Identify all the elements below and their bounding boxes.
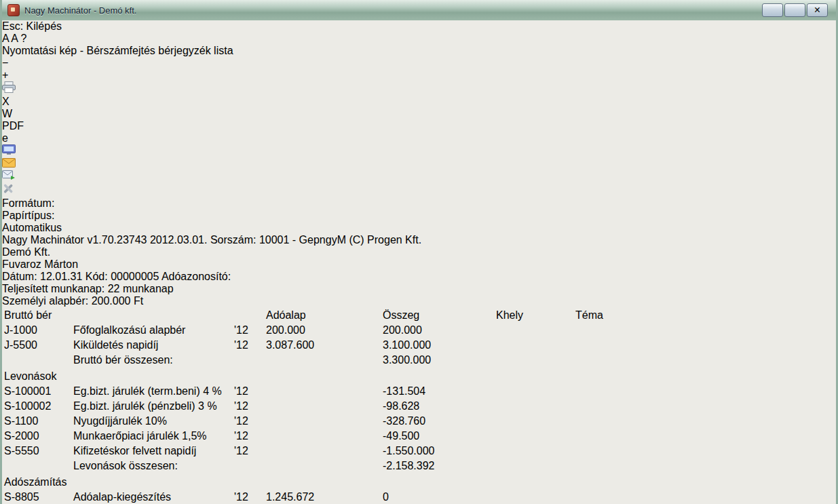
row-year: '12 [233, 324, 264, 337]
row-adoalap: 3.087.600 [265, 338, 381, 352]
send-mail-icon [2, 170, 16, 180]
row-code: J-1000 [3, 324, 71, 337]
help-button[interactable]: ? [21, 33, 27, 44]
zoom-out-button[interactable]: − [2, 57, 836, 69]
row-desc: Nyugdíjjárulék 10% [73, 414, 232, 428]
row-osszeg: -328.760 [382, 414, 494, 428]
close-icon: × [814, 4, 820, 16]
browser-preview-button[interactable]: e [2, 132, 836, 144]
deductions-title-row: Levonások [3, 370, 656, 383]
row-year: '12 [233, 490, 264, 504]
row-desc: Kiküldetés napidíj [73, 338, 232, 352]
basewage-value: 200.000 Ft [92, 295, 144, 307]
code-label: Kód: [85, 271, 108, 282]
gross-table: Bruttó bér Adóalap Összeg Khely Téma J-1… [2, 307, 658, 368]
zoom-in-button[interactable]: + [2, 69, 836, 81]
row-year: '12 [233, 385, 264, 398]
paper-type-value: Automatikus [2, 222, 62, 233]
employee-name: Fuvaroz Márton [2, 258, 836, 271]
watermark-text: Nagy Machinátor v1.70.23743 2012.03.01. … [2, 234, 836, 246]
exit-action[interactable]: Kilépés [26, 20, 62, 32]
row-code: S-5550 [3, 444, 71, 458]
deductions-total-row: Levonások összesen: -2.158.392 [3, 459, 656, 473]
gross-total-row: Bruttó bér összesen: 3.300.000 [3, 353, 656, 367]
envelope-icon [2, 158, 16, 168]
esc-bar: Esc: Kilépés A A ? [2, 20, 836, 45]
row-code: J-5500 [3, 338, 71, 352]
workdays-value: 22 munkanap [108, 283, 174, 294]
window-title: Nagy Machinátor - Demó kft. [24, 5, 136, 16]
workdays-wrap: Teljesített munkanap: 22 munkanap [2, 283, 836, 295]
printer-icon [2, 81, 16, 93]
row-desc: Eg.bizt. járulék (pénzbeli) 3 % [73, 400, 232, 413]
document-content: Nagy Machinátor v1.70.23743 2012.03.01. … [2, 234, 836, 504]
col-header-adoalap: Adóalap [265, 309, 381, 322]
esc-bar-icons: A A ? [2, 33, 836, 45]
row-code: S-8805 [3, 490, 71, 504]
tax-table: Adószámítás S-8805 Adóalap-kiegészítés '… [2, 474, 658, 504]
deductions-total-label: Levonások összesen: [73, 459, 232, 473]
paper-type-label: Papírtípus: [2, 210, 54, 221]
maximize-button[interactable] [784, 3, 805, 17]
row-code: S-100001 [3, 385, 71, 398]
print-button[interactable] [2, 81, 836, 96]
preview-area: Nagy Machinátor v1.70.23743 2012.03.01. … [2, 234, 836, 504]
settings-button[interactable] [2, 182, 836, 197]
app-window: Nagy Machinátor - Demó kft. × Esc: Kilép… [0, 0, 838, 504]
workdays-row: Teljesített munkanap: 22 munkanap [2, 283, 836, 295]
tools-icon [2, 182, 14, 195]
tax-title: Adószámítás [3, 476, 656, 489]
excel-export-button[interactable]: X [2, 96, 836, 108]
format-label: Formátum: [2, 197, 54, 209]
deductions-total-value: -2.158.392 [382, 459, 494, 473]
row-osszeg: -1.550.000 [382, 444, 494, 458]
date-label: Dátum: [2, 271, 37, 282]
table-row: S-100001 Eg.bizt. járulék (term.beni) 4 … [3, 385, 656, 398]
toolbar: − + X W PDF e Formátum: Papírtípus: Auto… [2, 57, 836, 234]
app-icon [7, 4, 20, 16]
row-code: S-100002 [3, 400, 71, 413]
word-icon: W [2, 108, 12, 119]
paper-type-select[interactable]: Automatikus [2, 222, 836, 234]
window-controls: × [762, 3, 831, 17]
row-year: '12 [233, 414, 264, 428]
table-row: S-100002 Eg.bizt. járulék (pénzbeli) 3 %… [3, 400, 656, 413]
minimize-button[interactable] [762, 3, 783, 17]
row-osszeg: 0 [382, 490, 494, 504]
gross-total-value: 3.300.000 [382, 353, 494, 367]
zoom-in-icon: + [2, 69, 8, 81]
table-row: S-2000 Munkaerőpiaci járulék 1,5% '12 -4… [3, 429, 656, 443]
basewage-label: Személyi alapbér: [2, 295, 88, 307]
row-osszeg: 3.100.000 [382, 338, 494, 352]
table-row: S-5550 Kifizetéskor felvett napidíj '12 … [3, 444, 656, 458]
company-name: Demó Kft. [2, 246, 836, 258]
preview-panel: Nagy Machinátor v1.70.23743 2012.03.01. … [2, 234, 836, 504]
font-decrease-button[interactable]: A [11, 33, 18, 44]
row-adoalap: 1.245.672 [265, 490, 381, 504]
tax-title-row: Adószámítás [3, 476, 656, 489]
table-row: S-8805 Adóalap-kiegészítés '12 1.245.672… [3, 490, 656, 504]
close-button[interactable]: × [807, 3, 828, 17]
word-export-button[interactable]: W [2, 108, 836, 120]
font-increase-button[interactable]: A [2, 33, 9, 44]
workdays-label: Teljesített munkanap: [2, 283, 104, 294]
image-export-button[interactable] [2, 144, 836, 158]
col-header-tema: Téma [575, 309, 656, 322]
row-adoalap: 200.000 [265, 324, 381, 337]
pdf-export-button[interactable]: PDF [2, 120, 836, 132]
row-osszeg: -98.628 [382, 400, 494, 413]
page-title: Nyomtatási kép - Bérszámfejtés bérjegyzé… [2, 45, 233, 56]
email-button[interactable] [2, 158, 836, 170]
page-header: Nyomtatási kép - Bérszámfejtés bérjegyzé… [2, 45, 836, 57]
zoom-out-icon: − [2, 57, 8, 69]
gross-header-row: Bruttó bér Adóalap Összeg Khely Téma [3, 309, 656, 322]
titlebar: Nagy Machinátor - Demó kft. × [2, 0, 836, 20]
date-value: 12.01.31 [40, 271, 82, 282]
gross-title: Bruttó bér [3, 309, 232, 322]
code-value: 00000005 [111, 271, 159, 282]
send-mail-button[interactable] [2, 170, 836, 182]
row-year: '12 [233, 429, 264, 443]
pdf-icon: PDF [2, 120, 24, 132]
row-code: S-2000 [3, 429, 71, 443]
row-desc: Adóalap-kiegészítés [73, 490, 232, 504]
